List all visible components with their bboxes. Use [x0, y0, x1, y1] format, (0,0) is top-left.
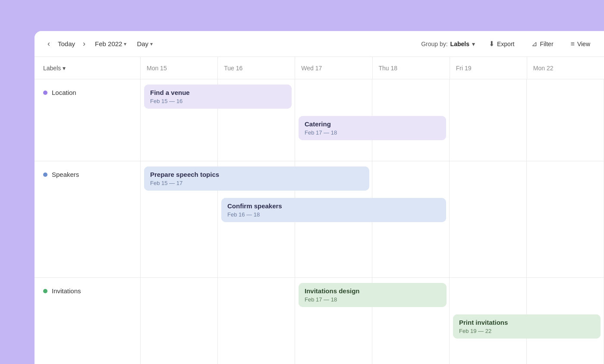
day-headers: Mon 15 Tue 16 Wed 17 Thu 18 Fri 19: [141, 57, 604, 79]
filter-icon: ⊿: [532, 40, 537, 48]
speakers-section: Speakers: [35, 161, 140, 278]
cell-invitations-mon15: [141, 278, 218, 364]
labels-chevron-icon: ▾: [63, 65, 66, 72]
group-by-value: Labels: [450, 41, 469, 47]
date-label: Feb 2022: [95, 40, 122, 47]
cell-speakers-fri19: [450, 161, 527, 277]
invitations-label: Invitations: [52, 287, 81, 295]
filter-button[interactable]: ⊿ Filter: [528, 38, 557, 50]
day-chevron-icon: ▾: [150, 41, 153, 47]
today-button[interactable]: Today: [54, 38, 79, 49]
event-date-location-1: Feb 17 — 18: [305, 129, 440, 136]
event-card-location-0[interactable]: Find a venueFeb 15 — 16: [144, 85, 292, 109]
view-button[interactable]: ≡ View: [567, 38, 594, 50]
nav-controls: ‹ Today ›: [45, 38, 88, 50]
event-title-speakers-0: Prepare speech topics: [150, 171, 363, 178]
event-title-invitations-0: Invitations design: [305, 287, 440, 295]
date-selector[interactable]: Feb 2022 ▾: [95, 40, 126, 47]
cell-location-fri19: [450, 79, 527, 161]
group-by-chevron-icon: ▾: [472, 41, 475, 47]
view-icon: ≡: [571, 40, 575, 48]
grid-row-invitations: Invitations designFeb 17 — 18Print invit…: [141, 278, 604, 364]
label-row-location: Location: [35, 89, 85, 96]
day-header-wed17: Wed 17: [295, 57, 372, 79]
date-chevron-icon: ▾: [124, 41, 126, 47]
labels-panel: Labels ▾ Location Speakers: [35, 57, 141, 364]
grid-rows: Find a venueFeb 15 — 16CateringFeb 17 — …: [141, 79, 604, 364]
event-date-invitations-1: Feb 19 — 22: [459, 328, 595, 334]
cell-location-mon22: [527, 79, 604, 161]
group-by-selector[interactable]: Group by: Labels ▾: [421, 41, 475, 47]
day-header-fri19: Fri 19: [450, 57, 527, 79]
speakers-label: Speakers: [52, 171, 79, 178]
invitations-dot: [43, 289, 47, 293]
cell-invitations-tue16: [218, 278, 295, 364]
day-selector[interactable]: Day ▾: [137, 40, 153, 47]
event-date-location-0: Feb 15 — 16: [150, 98, 286, 104]
grid-row-speakers: Prepare speech topicsFeb 15 — 17Confirm …: [141, 161, 604, 278]
group-by-prefix: Group by:: [421, 41, 447, 47]
export-button[interactable]: ⬇ Export: [485, 38, 518, 50]
filter-label: Filter: [540, 41, 553, 47]
cell-speakers-mon22: [527, 161, 604, 277]
event-card-speakers-1[interactable]: Confirm speakersFeb 16 — 18: [221, 198, 446, 222]
main-content: Labels ▾ Location Speakers: [35, 57, 604, 364]
export-icon: ⬇: [489, 40, 494, 48]
label-row-speakers: Speakers: [35, 171, 88, 178]
event-title-location-0: Find a venue: [150, 89, 286, 96]
event-card-invitations-1[interactable]: Print invitationsFeb 19 — 22: [453, 314, 601, 339]
event-card-invitations-0[interactable]: Invitations designFeb 17 — 18: [299, 283, 446, 307]
event-title-speakers-1: Confirm speakers: [227, 202, 440, 210]
next-button[interactable]: ›: [80, 38, 88, 50]
event-title-invitations-1: Print invitations: [459, 319, 595, 326]
grid-row-location: Find a venueFeb 15 — 16CateringFeb 17 — …: [141, 79, 604, 161]
event-date-invitations-0: Feb 17 — 18: [305, 296, 440, 303]
day-header-tue16: Tue 16: [218, 57, 295, 79]
labels-header[interactable]: Labels ▾: [35, 57, 140, 79]
day-header-mon22: Mon 22: [527, 57, 604, 79]
event-date-speakers-0: Feb 15 — 17: [150, 180, 363, 186]
location-label: Location: [52, 89, 76, 96]
day-header-thu18: Thu 18: [373, 57, 450, 79]
day-header-mon15: Mon 15: [141, 57, 218, 79]
day-label: Day: [137, 40, 148, 47]
event-card-speakers-0[interactable]: Prepare speech topicsFeb 15 — 17: [144, 166, 369, 191]
label-row-invitations: Invitations: [35, 287, 90, 295]
prev-button[interactable]: ‹: [45, 38, 53, 50]
event-date-speakers-1: Feb 16 — 18: [227, 211, 440, 218]
export-label: Export: [497, 41, 514, 47]
event-card-location-1[interactable]: CateringFeb 17 — 18: [299, 116, 446, 140]
speakers-dot: [43, 173, 47, 177]
calendar-grid: Mon 15 Tue 16 Wed 17 Thu 18 Fri 19: [141, 57, 604, 364]
view-label: View: [577, 41, 590, 47]
invitations-section: Invitations: [35, 278, 140, 364]
toolbar: ‹ Today › Feb 2022 ▾ Day ▾ Group by: Lab…: [35, 31, 604, 57]
location-dot: [43, 91, 47, 95]
labels-header-text: Labels: [43, 65, 61, 72]
grid-inner: Mon 15 Tue 16 Wed 17 Thu 18 Fri 19: [141, 57, 604, 364]
event-title-location-1: Catering: [305, 120, 440, 128]
location-section: Location: [35, 79, 140, 161]
